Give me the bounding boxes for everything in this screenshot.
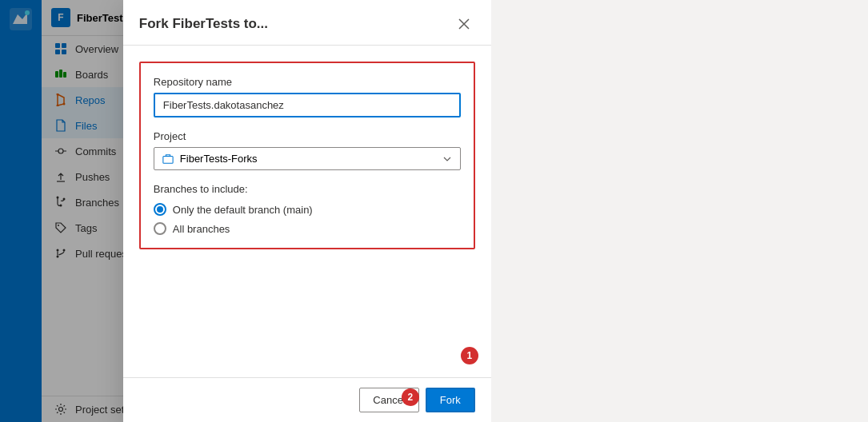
repo-name-input[interactable]: [154, 93, 461, 117]
radio-dot-all: [154, 222, 166, 235]
fork-modal: Fork FiberTests to... Repository name Pr…: [123, 0, 491, 422]
branches-radio-group: Only the default branch (main) All branc…: [154, 203, 461, 235]
branches-label: Branches to include:: [154, 183, 461, 195]
project-label: Project: [154, 130, 461, 142]
radio-all-branches[interactable]: All branches: [154, 222, 461, 235]
repo-name-group: Repository name: [154, 76, 461, 117]
modal-header: Fork FiberTests to...: [123, 0, 491, 46]
modal-close-button[interactable]: [453, 13, 475, 35]
radio-dot-default: [154, 203, 166, 216]
project-select[interactable]: FiberTests-Forks: [154, 147, 461, 170]
fork-button[interactable]: Fork: [426, 388, 475, 412]
project-group: Project FiberTests-Forks: [154, 130, 461, 170]
close-icon: [458, 18, 470, 30]
radio-label-default: Only the default branch (main): [173, 204, 313, 216]
project-select-icon: [162, 153, 174, 165]
chevron-down-select-icon: [442, 154, 452, 164]
repo-name-label: Repository name: [154, 76, 461, 88]
modal-footer: 2 Cancel Fork: [123, 377, 491, 422]
radio-label-all: All branches: [173, 223, 230, 235]
callout-badge-2: 2: [402, 388, 419, 406]
modal-body: Repository name Project FiberTests-Forks: [123, 46, 491, 377]
svg-rect-29: [163, 156, 173, 163]
modal-title: Fork FiberTests to...: [139, 16, 268, 32]
red-border-section: Repository name Project FiberTests-Forks: [139, 62, 475, 249]
branches-section: Branches to include: Only the default br…: [154, 183, 461, 235]
radio-default-branch[interactable]: Only the default branch (main): [154, 203, 461, 216]
modal-overlay: Fork FiberTests to... Repository name Pr…: [0, 0, 491, 422]
project-select-value: FiberTests-Forks: [180, 153, 258, 165]
callout-badge-1: 1: [461, 347, 478, 364]
